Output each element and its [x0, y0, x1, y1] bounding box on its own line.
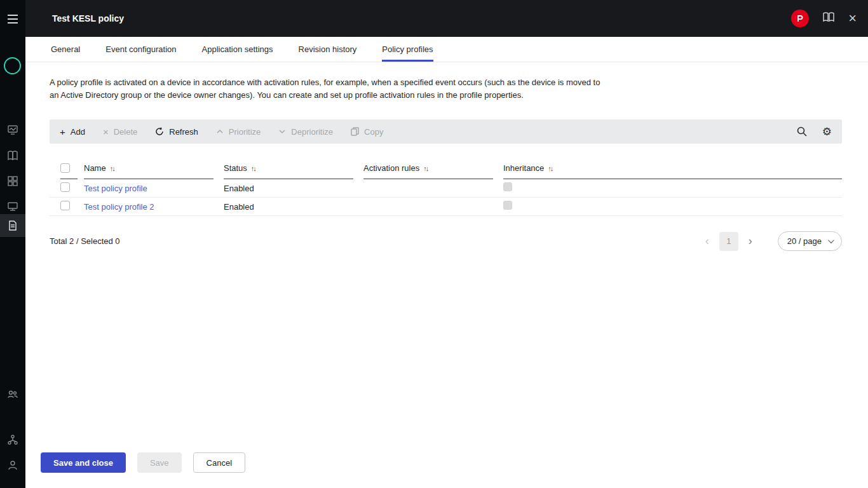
refresh-icon [155, 127, 164, 136]
copy-icon [351, 127, 359, 136]
close-icon[interactable]: × [848, 11, 857, 25]
help-book-icon[interactable] [823, 12, 834, 25]
description-text: A policy profile is activated on a devic… [50, 76, 606, 102]
delete-x-icon: × [103, 127, 109, 137]
cancel-button[interactable]: Cancel [193, 452, 245, 473]
plus-icon: + [60, 127, 65, 137]
selection-summary: Total 2 / Selected 0 [50, 236, 120, 246]
add-label: Add [71, 127, 85, 137]
inheritance-checkbox [503, 201, 512, 210]
sidebar-item-account[interactable] [0, 454, 25, 477]
page-number-button[interactable]: 1 [719, 232, 738, 251]
table-header-row: Name↑↓ Status↑↓ Activation rules↑↓ Inher… [50, 158, 842, 179]
kaspersky-logo-icon[interactable] [791, 10, 809, 27]
column-header-inheritance[interactable]: Inheritance↑↓ [503, 158, 842, 179]
column-header-status[interactable]: Status↑↓ [224, 158, 363, 179]
inheritance-checkbox [503, 182, 512, 191]
sort-icon: ↑↓ [110, 165, 116, 172]
chevron-down-icon [828, 237, 834, 243]
column-label: Name [84, 163, 106, 173]
hierarchy-icon [7, 434, 18, 445]
policies-icon [7, 220, 18, 231]
tab-application-settings[interactable]: Application settings [202, 37, 273, 62]
tab-bar: General Event configuration Application … [25, 37, 868, 62]
page-size-value: 20 / page [787, 236, 822, 246]
sidebar-item-dashboard[interactable] [0, 170, 25, 193]
delete-button[interactable]: × Delete [103, 127, 137, 137]
column-label: Activation rules [363, 163, 419, 173]
toolbar-right: ⚙ [797, 126, 832, 137]
search-button[interactable] [797, 126, 807, 137]
search-icon [797, 126, 807, 137]
tab-policy-profiles[interactable]: Policy profiles [382, 37, 433, 62]
delete-label: Delete [114, 127, 138, 137]
book-icon [7, 150, 18, 161]
prev-page-button[interactable]: ‹ [702, 234, 713, 248]
sidebar-item-reports[interactable] [0, 144, 25, 167]
content-area: A policy profile is activated on a devic… [25, 62, 868, 452]
grid-icon [7, 175, 18, 187]
deprioritize-button[interactable]: Deprioritize [278, 127, 333, 137]
app-window: Test KESL policy × General Event configu… [0, 0, 868, 488]
gear-icon: ⚙ [822, 126, 832, 137]
window-header: Test KESL policy × [25, 0, 868, 37]
refresh-button[interactable]: Refresh [155, 127, 198, 137]
deprioritize-label: Deprioritize [291, 127, 333, 137]
sort-icon: ↑↓ [548, 165, 553, 172]
table-row: Test policy profile Enabled [50, 179, 842, 198]
sidebar-item-hierarchy[interactable] [0, 428, 25, 451]
user-icon [7, 459, 18, 471]
column-label: Status [224, 163, 247, 173]
tab-label: Policy profiles [382, 44, 433, 54]
sidebar-item-users[interactable] [0, 383, 25, 406]
refresh-label: Refresh [169, 127, 198, 137]
monitoring-icon [7, 124, 18, 135]
pagination-row: Total 2 / Selected 0 ‹ 1 › 20 / page [50, 231, 842, 251]
tab-label: Application settings [202, 44, 273, 54]
sort-icon: ↑↓ [423, 165, 429, 172]
save-and-close-button[interactable]: Save and close [41, 452, 126, 473]
header-checkbox-cell [50, 158, 84, 179]
tab-event-configuration[interactable]: Event configuration [105, 37, 176, 62]
toolbar: + Add × Delete Refresh Prioritize D [50, 119, 842, 144]
tab-label: Event configuration [105, 44, 176, 54]
column-label: Inheritance [503, 163, 544, 173]
dialog-footer: Save and close Save Cancel [25, 452, 868, 488]
select-all-checkbox[interactable] [60, 163, 70, 173]
next-page-button[interactable]: › [745, 234, 756, 248]
copy-button[interactable]: Copy [351, 127, 383, 137]
header-actions: × [791, 10, 857, 27]
page-title: Test KESL policy [52, 13, 124, 24]
row-checkbox[interactable] [60, 182, 70, 192]
sidebar-item-policies-active[interactable] [0, 214, 25, 237]
copy-label: Copy [364, 127, 383, 137]
chevron-down-icon [278, 128, 286, 135]
settings-button[interactable]: ⚙ [822, 126, 832, 137]
row-checkbox[interactable] [60, 201, 70, 210]
add-button[interactable]: + Add [60, 127, 85, 137]
devices-icon [7, 201, 18, 212]
hamburger-icon [8, 15, 18, 24]
main-panel: Test KESL policy × General Event configu… [25, 0, 868, 488]
tab-label: Revision history [299, 44, 357, 54]
prioritize-button[interactable]: Prioritize [216, 127, 261, 137]
column-header-name[interactable]: Name↑↓ [84, 158, 224, 179]
page-size-select[interactable]: 20 / page [778, 231, 842, 251]
sidebar [0, 0, 25, 488]
sidebar-item-monitoring[interactable] [0, 118, 25, 141]
save-button[interactable]: Save [137, 452, 182, 473]
policy-profile-link[interactable]: Test policy profile [84, 184, 147, 193]
status-text: Enabled [224, 202, 254, 212]
chevron-up-icon [216, 128, 224, 135]
policy-profile-link[interactable]: Test policy profile 2 [84, 202, 154, 212]
pagination-controls: ‹ 1 › 20 / page [702, 231, 842, 251]
table-row: Test policy profile 2 Enabled [50, 198, 842, 216]
status-text: Enabled [224, 184, 254, 193]
menu-icon[interactable] [0, 8, 25, 30]
column-header-activation-rules[interactable]: Activation rules↑↓ [363, 158, 503, 179]
prioritize-label: Prioritize [229, 127, 261, 137]
sort-icon: ↑↓ [251, 165, 257, 172]
tab-revision-history[interactable]: Revision history [299, 37, 357, 62]
tab-label: General [51, 44, 80, 54]
tab-general[interactable]: General [51, 37, 80, 62]
